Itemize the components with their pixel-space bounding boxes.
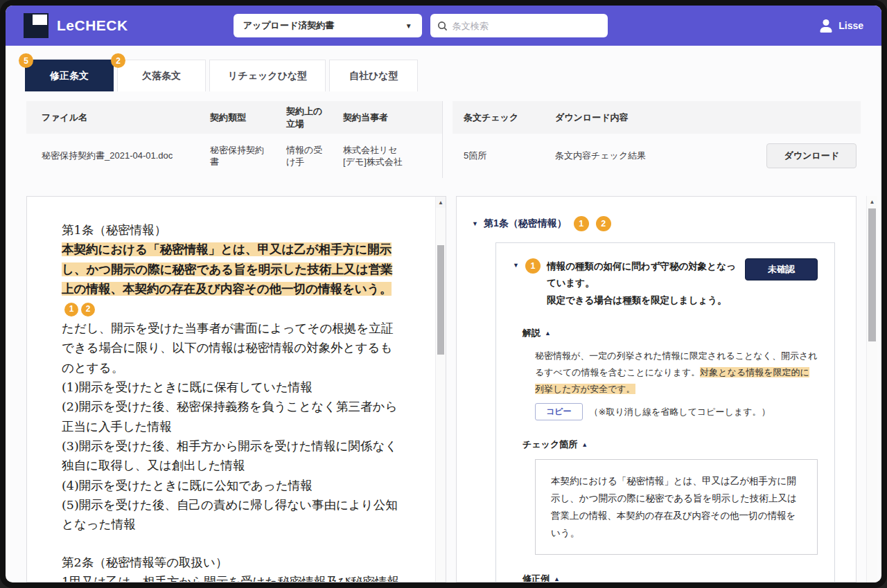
article1-item: (5)開示を受けた後、自己の責めに帰し得ない事由により公知となった情報 (62, 495, 401, 535)
scroll-up-arrow-icon[interactable]: ▲ (867, 196, 877, 207)
highlighted-clause[interactable]: 本契約における「秘密情報」とは、甲又は乙が相手方に開示し、かつ開示の際に秘密であ… (62, 242, 392, 296)
tab-label: リチェックひな型 (228, 70, 307, 82)
search-input[interactable] (453, 21, 601, 31)
check-quote-text: 本契約における「秘密情報」とは、甲又は乙が相手方に開示し、かつ開示の際に秘密であ… (551, 475, 797, 538)
document-scrollbar[interactable]: ▲ (435, 197, 446, 582)
app-header: LeCHECK アップロード済契約書 ▼ Lisse (6, 6, 881, 46)
logo[interactable]: LeCHECK (24, 13, 128, 38)
logo-text-le: Le (57, 17, 75, 33)
file-table-header: 条文チェック ダウンロード内容 (453, 101, 861, 134)
file-table: ファイル名 契約類型 契約上の立場 契約当事者 秘密保持契約書_2021-04-… (26, 101, 861, 178)
clause-title: 第1条（秘密情報） (484, 217, 567, 230)
collapse-triangle-icon[interactable]: ▼ (513, 262, 519, 269)
kaisetsu-body: 秘密情報が、一定の列挙された情報に限定されることなく、開示されるすべての情報を含… (535, 348, 818, 420)
lecheck-logo-icon (24, 13, 49, 38)
logo-text: LeCHECK (57, 17, 128, 34)
article1-item: (2)開示を受けた後、秘密保持義務を負うことなく第三者から正当に入手した情報 (62, 397, 401, 436)
file-table-right: 条文チェック ダウンロード内容 5箇所 条文内容チェック結果 ダウンロード (443, 101, 861, 178)
status-unconfirmed-button[interactable]: 未確認 (745, 258, 818, 280)
collapse-triangle-icon[interactable]: ▼ (472, 220, 478, 227)
col-download-content: ダウンロード内容 (548, 107, 721, 128)
article1-item: (1)開示を受けたときに既に保有していた情報 (62, 377, 401, 397)
issue-badge-2[interactable]: 2 (596, 216, 611, 231)
check-section-toggle[interactable]: チェック箇所 ▲ (522, 438, 818, 451)
file-table-left: ファイル名 契約類型 契約上の立場 契約当事者 秘密保持契約書_2021-04-… (26, 101, 442, 178)
issue-header: ▼ 1 情報の種類の如何に問わず守秘の対象となっています。 限定できる場合は種類… (513, 258, 818, 309)
section-label: 修正例 (522, 573, 550, 582)
tab-badge-count: 5 (19, 53, 33, 68)
table-row: 秘密保持契約書_2021-04-01.doc 秘密保持契約書 情報の受け手 株式… (26, 134, 442, 178)
tab-label: 欠落条文 (142, 70, 181, 82)
clause-search-box[interactable] (430, 14, 608, 37)
issue-badge-1[interactable]: 1 (574, 216, 589, 231)
logo-text-check: CHECK (75, 17, 128, 33)
cell-file-name: 秘密保持契約書_2021-04-01.doc (26, 145, 203, 166)
tab-recheck-hinagata[interactable]: リチェックひな型 (209, 60, 326, 91)
review-panel: ▼ 第1条（秘密情報） 1 2 ▼ 1 情報の種類の如何に問わず守秘の対象となっ… (456, 196, 857, 582)
screenshot-frame: LeCHECK アップロード済契約書 ▼ Lisse 5 修正条文 2 (0, 0, 887, 588)
collapse-up-triangle-icon: ▲ (554, 576, 560, 582)
cell-download-content: 条文内容チェック結果 (548, 145, 721, 166)
issue-summary: 情報の種類の如何に問わず守秘の対象となっています。 限定できる場合は種類を限定し… (547, 258, 739, 309)
user-menu[interactable]: Lisse (819, 19, 863, 33)
issue-badge-1[interactable]: 1 (64, 303, 78, 317)
issue-summary-line1: 情報の種類の如何に問わず守秘の対象となっています。 (547, 258, 739, 292)
user-name: Lisse (838, 20, 863, 31)
review-scrollbar[interactable]: ▲ (866, 196, 877, 582)
tab-label: 修正条文 (50, 70, 89, 82)
file-table-header: ファイル名 契約類型 契約上の立場 契約当事者 (26, 101, 442, 134)
cell-parties: 株式会社リセ [デモ]株式会社 (336, 140, 433, 172)
issue-badge-2[interactable]: 2 (81, 303, 95, 317)
copy-button[interactable]: コピー (535, 403, 583, 420)
scroll-up-arrow-icon[interactable]: ▲ (436, 197, 446, 208)
scrollbar-thumb[interactable] (437, 245, 444, 355)
search-icon (437, 21, 448, 31)
col-clause-check: 条文チェック (453, 107, 548, 128)
clause-header[interactable]: ▼ 第1条（秘密情報） 1 2 (472, 216, 835, 231)
tab-shusei-jobun[interactable]: 5 修正条文 (25, 60, 114, 91)
copy-row: コピー （※取り消し線を省略してコピーします。） (535, 403, 818, 420)
issue-number-badge: 1 (525, 258, 541, 274)
article2-title: 第2条（秘密情報等の取扱い） (62, 553, 401, 572)
article2-paragraph: 1甲又は乙は、相手方から開示を受けた秘密情報及び秘密情報を含む記録媒体若しくは物… (62, 572, 401, 582)
issue-card: ▼ 1 情報の種類の如何に問わず守秘の対象となっています。 限定できる場合は種類… (495, 242, 835, 582)
issue-summary-line2: 限定できる場合は種類を限定しましょう。 (547, 292, 739, 309)
contract-dropdown[interactable]: アップロード済契約書 ▼ (234, 14, 422, 37)
collapse-up-triangle-icon: ▲ (545, 330, 551, 337)
kaisetsu-section-toggle[interactable]: 解説 ▲ (522, 327, 818, 339)
party-1: 株式会社リセ (343, 144, 426, 157)
section-label: 解説 (522, 327, 541, 339)
collapse-up-triangle-icon: ▲ (581, 441, 588, 448)
contract-document: 第1条（秘密情報） 本契約における「秘密情報」とは、甲又は乙が相手方に開示し、か… (27, 197, 446, 582)
app-window: LeCHECK アップロード済契約書 ▼ Lisse 5 修正条文 2 (6, 6, 881, 582)
contract-document-panel: 第1条（秘密情報） 本契約における「秘密情報」とは、甲又は乙が相手方に開示し、か… (26, 196, 446, 582)
check-quote-box: 本契約における「秘密情報」とは、甲又は乙が相手方に開示し、かつ開示の際に秘密であ… (535, 459, 818, 555)
download-button[interactable]: ダウンロード (766, 143, 857, 168)
section-label: チェック箇所 (522, 438, 577, 451)
article1-item: (4)開示を受けたときに既に公知であった情報 (62, 476, 401, 495)
party-2: [デモ]株式会社 (343, 156, 426, 168)
col-contract-type: 契約類型 (203, 107, 279, 128)
cell-position: 情報の受け手 (279, 140, 336, 172)
tab-bar: 5 修正条文 2 欠落条文 リチェックひな型 自社ひな型 (6, 46, 881, 91)
user-icon (819, 19, 833, 33)
table-row: 5箇所 条文内容チェック結果 ダウンロード (453, 134, 861, 178)
col-file-name: ファイル名 (26, 107, 203, 128)
tab-jisha-hinagata[interactable]: 自社ひな型 (329, 60, 418, 91)
article1-definition: 本契約における「秘密情報」とは、甲又は乙が相手方に開示し、かつ開示の際に秘密であ… (62, 240, 401, 318)
tab-ketsuraku-jobun[interactable]: 2 欠落条文 (117, 60, 206, 91)
cell-clause-check: 5箇所 (453, 145, 548, 166)
copy-note: （※取り消し線を省略してコピーします。） (590, 404, 771, 420)
article1-title: 第1条（秘密情報） (62, 220, 401, 240)
fix-section-toggle[interactable]: 修正例 ▲ (522, 573, 818, 582)
col-parties: 契約当事者 (336, 107, 433, 128)
main-area: 第1条（秘密情報） 本契約における「秘密情報」とは、甲又は乙が相手方に開示し、か… (26, 196, 877, 582)
contract-dropdown-value: アップロード済契約書 (243, 19, 335, 32)
tab-label: 自社ひな型 (349, 70, 398, 82)
chevron-down-icon: ▼ (405, 22, 412, 30)
review-content: ▼ 第1条（秘密情報） 1 2 ▼ 1 情報の種類の如何に問わず守秘の対象となっ… (457, 197, 856, 582)
article1-proviso: ただし、開示を受けた当事者が書面によってその根拠を立証できる場合に限り、以下の情… (62, 319, 401, 377)
article1-item: (3)開示を受けた後、相手方から開示を受けた情報に関係なく独自に取得し、又は創出… (62, 436, 401, 476)
cell-contract-type: 秘密保持契約書 (203, 140, 279, 172)
scrollbar-thumb[interactable] (868, 208, 876, 341)
